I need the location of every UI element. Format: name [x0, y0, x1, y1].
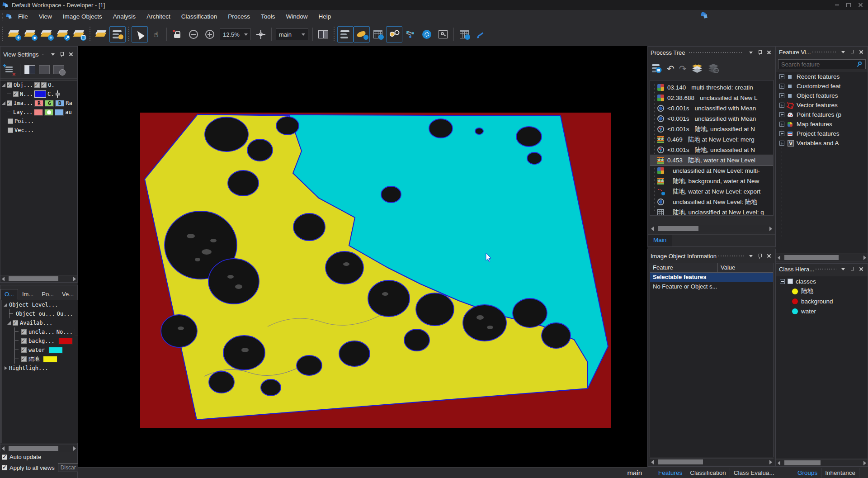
menu-item[interactable]: Image Objects — [57, 11, 108, 22]
collapse-minus-icon[interactable] — [780, 279, 785, 284]
outline-color-swatch[interactable] — [34, 90, 46, 98]
layer-blue-cell[interactable] — [55, 109, 64, 116]
process-row[interactable]: <0.001s 陆地, unclassified at N — [650, 145, 773, 155]
redo-button[interactable]: ↷ — [679, 64, 687, 73]
process-row[interactable]: 0.453 陆地, water at New Level — [650, 155, 773, 166]
undo-button[interactable]: ↶ — [667, 64, 675, 73]
tree-row-vector[interactable]: Vec... — [0, 126, 77, 135]
tree-row-outline[interactable]: Object ou... Ou... — [2, 309, 79, 318]
panel-menu-button[interactable] — [840, 265, 847, 273]
class-color-swatch[interactable] — [58, 338, 73, 345]
menu-item[interactable]: Classification — [176, 11, 223, 22]
edit-pen-button[interactable] — [472, 26, 489, 43]
zoom-area-button[interactable] — [435, 26, 451, 43]
process-row[interactable]: 02:38.688 unclassified at New L — [650, 93, 773, 103]
checkbox[interactable] — [34, 82, 40, 88]
expand-plus-icon[interactable] — [779, 141, 784, 146]
left-tab[interactable]: Im... — [18, 289, 38, 300]
view-selector[interactable]: main — [276, 28, 308, 40]
expander-icon[interactable] — [2, 83, 5, 87]
feature-tree-row[interactable]: Map features — [776, 119, 868, 129]
grid-view-button[interactable] — [37, 63, 52, 76]
close-button[interactable] — [854, 1, 866, 9]
blue-channel-cell[interactable]: B — [55, 100, 64, 107]
zoom-out-button[interactable] — [185, 26, 202, 43]
classification-transparency-button[interactable] — [386, 26, 402, 43]
red-channel-cell[interactable]: R — [34, 100, 43, 107]
process-row[interactable]: <0.001s unclassified with Mean — [650, 114, 773, 124]
expander-icon[interactable] — [5, 366, 7, 370]
zoom-in-button[interactable] — [202, 26, 218, 43]
window-copy-button[interactable]: ❐ — [71, 26, 87, 43]
menu-item[interactable]: File — [13, 11, 33, 22]
feature-tree-row[interactable]: Customized feat — [776, 81, 868, 91]
checkbox[interactable] — [21, 338, 27, 344]
add-remove-layer-icon[interactable] — [4, 65, 14, 74]
tree-row-layer[interactable]: Lay... au — [0, 108, 77, 117]
navigate-button[interactable] — [253, 26, 269, 43]
object-links-button[interactable] — [402, 26, 419, 43]
panel-close-button[interactable] — [858, 48, 865, 56]
panel-menu-button[interactable] — [49, 51, 57, 58]
process-row[interactable]: 陆地, unclassified at New Level: g — [650, 207, 773, 216]
tree-row-objects[interactable]: Obj... O. — [0, 80, 77, 90]
layers-save-button[interactable]: ● — [22, 26, 38, 43]
tree-row-n[interactable]: N... C. — [0, 90, 77, 99]
pin-button[interactable] — [58, 51, 66, 58]
checkbox[interactable] — [8, 128, 13, 133]
show-classification-button[interactable] — [354, 26, 370, 43]
process-row[interactable]: unclassified at New Level: multi- — [650, 166, 773, 176]
tree-row-available[interactable]: Availab... — [2, 318, 79, 327]
tree-row-root[interactable]: Object Level... — [2, 300, 79, 309]
view-settings-layout-button[interactable] — [109, 26, 126, 43]
expand-plus-icon[interactable] — [779, 93, 784, 98]
tree-row-point[interactable]: Poi... — [0, 117, 77, 126]
class-item[interactable]: background — [776, 296, 868, 306]
horizontal-scrollbar[interactable] — [776, 459, 868, 466]
left-tab[interactable]: O... — [0, 289, 18, 300]
mdi-child-icon[interactable] — [5, 13, 13, 19]
menu-item[interactable]: Architect — [141, 11, 176, 22]
zoom-level-select[interactable]: 12.5% — [220, 28, 251, 40]
expand-plus-icon[interactable] — [779, 112, 784, 117]
sample-editor-button[interactable] — [370, 26, 386, 43]
menu-item[interactable]: Tools — [255, 11, 281, 22]
panel-menu-button[interactable] — [747, 252, 755, 260]
bottom-tab[interactable]: Classification — [686, 468, 730, 478]
expander-icon[interactable] — [4, 303, 7, 307]
feature-run-button[interactable] — [419, 26, 435, 43]
menu-item[interactable]: View — [33, 11, 57, 22]
process-row[interactable]: <0.001s 陆地, unclassified at N — [650, 124, 773, 134]
process-row[interactable]: <0.001s unclassified with Mean — [650, 103, 773, 114]
expander-icon[interactable] — [2, 101, 5, 105]
maximize-button[interactable] — [843, 1, 854, 9]
bottom-tab[interactable]: Inheritance — [821, 468, 859, 478]
class-row[interactable]: water — [2, 345, 79, 355]
left-tab[interactable]: Ve... — [58, 289, 78, 300]
compare-view-button[interactable] — [52, 63, 66, 76]
expand-plus-icon[interactable] — [779, 103, 784, 108]
select-tool-button[interactable] — [132, 26, 148, 43]
feature-tree-row[interactable]: Object features — [776, 91, 868, 100]
map-view-canvas[interactable]: main — [78, 46, 647, 478]
pin-button[interactable] — [756, 252, 764, 260]
checkbox[interactable] — [7, 82, 12, 88]
pin-button[interactable] — [849, 265, 856, 273]
zoom-lock-button[interactable] — [169, 26, 185, 43]
panel-close-button[interactable] — [67, 51, 75, 58]
table-row[interactable]: Selectable features — [650, 273, 773, 282]
save-process-button[interactable] — [651, 63, 662, 75]
execute-process-button[interactable] — [691, 63, 703, 75]
auto-update-checkbox[interactable] — [2, 454, 7, 460]
layer-red-cell[interactable] — [34, 109, 43, 116]
window-plus-button[interactable]: + — [38, 26, 55, 43]
checkbox[interactable] — [21, 356, 27, 362]
class-root-row[interactable]: classes — [776, 276, 868, 286]
process-row[interactable]: unclassified at New Level: 陆地 — [650, 197, 773, 207]
checkbox[interactable] — [8, 118, 13, 124]
panel-close-button[interactable] — [765, 252, 773, 260]
view-layer-button[interactable] — [337, 26, 354, 43]
search-icon[interactable] — [857, 61, 863, 67]
checkbox[interactable] — [21, 329, 27, 335]
pan-tool-button[interactable]: ☝ — [148, 26, 164, 43]
